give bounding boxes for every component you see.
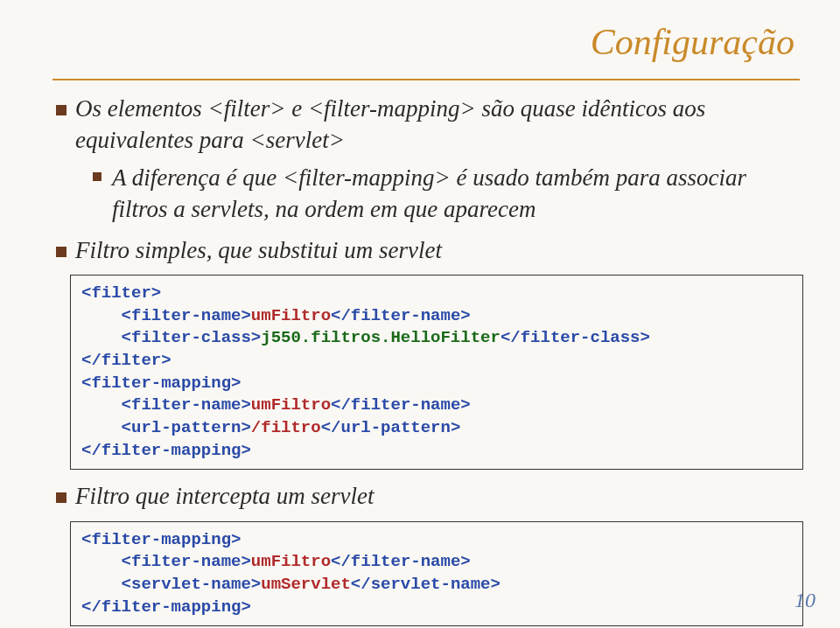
tag-filter: <filter>: [207, 95, 285, 122]
code: j550.filtros.HelloFilter: [261, 328, 500, 347]
sub-bullet-1: A diferença é que <filter-mapping> é usa…: [93, 162, 803, 226]
code: </servlet-name>: [351, 575, 500, 594]
sub-list-1: A diferença é que <filter-mapping> é usa…: [93, 162, 803, 226]
code: <filter-name>: [81, 395, 251, 415]
bullet-1-text: Os elementos <filter> e <filter-mapping>…: [75, 93, 803, 157]
bullet-1: Os elementos <filter> e <filter-mapping>…: [52, 93, 803, 226]
slide: Configuração Os elementos <filter> e <fi…: [0, 0, 840, 628]
code: umServlet: [261, 575, 351, 594]
bullet-list-2: Filtro que intercepta um servlet: [52, 480, 803, 512]
code: <servlet-name>: [81, 575, 261, 594]
code: </filter-class>: [500, 328, 650, 347]
page-number: 10: [794, 589, 816, 612]
code: /filtro: [251, 418, 321, 437]
title-underline: [52, 79, 800, 80]
code: <filter>: [81, 283, 161, 303]
code: <filter-name>: [81, 306, 251, 325]
txt: A diferença é que: [112, 164, 283, 191]
tag-servlet: <servlet>: [249, 127, 344, 153]
sub-bullet-1-text: A diferença é que <filter-mapping> é usa…: [112, 162, 803, 226]
bullet-2: Filtro simples, que substitui um servlet: [52, 234, 803, 266]
code-block-2: <filter-mapping> <filter-name>umFiltro</…: [70, 521, 803, 627]
txt: e: [285, 95, 307, 122]
code: </filter-name>: [331, 306, 471, 325]
code: umFiltro: [251, 552, 331, 571]
code: </filter-name>: [331, 395, 471, 415]
code: umFiltro: [251, 306, 331, 325]
bullet-2-text: Filtro simples, que substitui um servlet: [75, 234, 803, 266]
code: </url-pattern>: [321, 418, 461, 437]
code: <filter-mapping>: [81, 530, 241, 549]
code: <url-pattern>: [81, 418, 251, 437]
tag-filter-mapping: <filter-mapping>: [283, 164, 451, 191]
code: <filter-mapping>: [81, 373, 241, 393]
bullet-3: Filtro que intercepta um servlet: [52, 480, 803, 512]
code: umFiltro: [251, 395, 331, 415]
slide-title: Configuração: [52, 21, 803, 63]
code: </filter-name>: [331, 552, 471, 571]
code: </filter-mapping>: [81, 597, 251, 617]
code: </filter>: [81, 351, 172, 370]
code-block-1: <filter> <filter-name>umFiltro</filter-n…: [70, 275, 803, 470]
code: </filter-mapping>: [81, 441, 251, 460]
txt: Os elementos: [75, 95, 207, 122]
code: <filter-class>: [81, 328, 261, 347]
code: <filter-name>: [81, 552, 251, 571]
bullet-3-text: Filtro que intercepta um servlet: [75, 480, 803, 512]
tag-filter-mapping: <filter-mapping>: [308, 95, 476, 122]
bullet-list: Os elementos <filter> e <filter-mapping>…: [52, 93, 803, 266]
